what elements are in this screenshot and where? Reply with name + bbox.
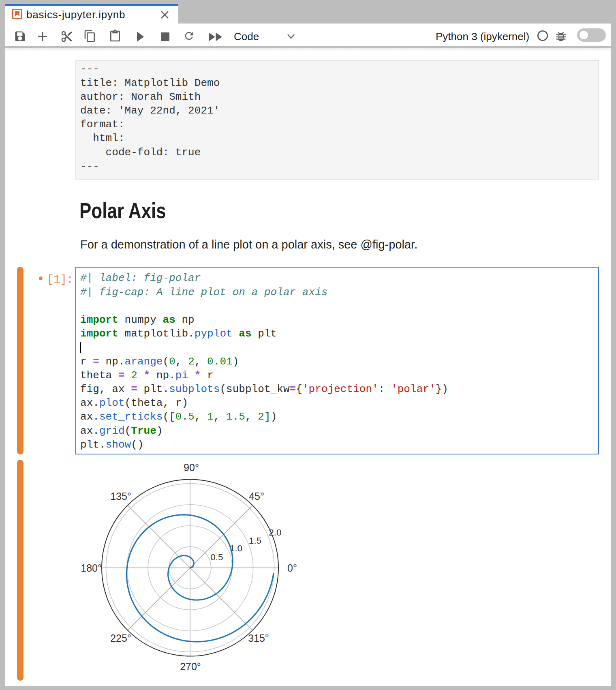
svg-text:2.0: 2.0 [269, 527, 281, 538]
svg-text:315°: 315° [248, 632, 269, 644]
svg-text:180°: 180° [81, 562, 102, 574]
svg-text:0.5: 0.5 [210, 552, 223, 562]
svg-text:1.0: 1.0 [230, 543, 242, 553]
svg-text:225°: 225° [110, 632, 131, 644]
svg-text:270°: 270° [180, 661, 201, 672]
svg-text:135°: 135° [110, 491, 131, 502]
svg-text:90°: 90° [184, 462, 199, 473]
svg-text:1.5: 1.5 [249, 536, 261, 546]
svg-text:0°: 0° [287, 562, 297, 574]
svg-text:45°: 45° [249, 491, 264, 502]
